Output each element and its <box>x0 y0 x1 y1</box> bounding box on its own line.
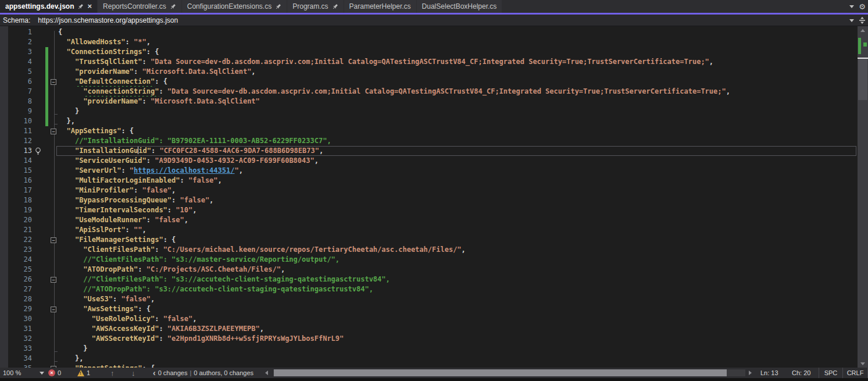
code-line[interactable]: 2 "AllowedHosts": "*", <box>0 37 858 47</box>
code-line[interactable]: 27 //"ATODropPath": "s3://accutech-clien… <box>0 284 858 294</box>
code-line[interactable]: 32 "AWSSecretKeyId": "e2Hpnd1gXNRb8d++w5… <box>0 334 858 344</box>
code-text[interactable]: "InstallationGuid": "CFC0FC28-4588-4AC6-… <box>58 146 858 156</box>
code-line[interactable]: 20 "UseModuleRunner": "false", <box>0 215 858 225</box>
line-gutter[interactable]: 3 <box>0 47 58 57</box>
warning-indicator[interactable]: 1 <box>77 368 90 378</box>
code-text[interactable]: "AWSAccessKeyId": "AKIA6B3ZSZLPAEEYMEPB"… <box>58 324 858 334</box>
code-line[interactable]: 19 "TimerIntervalSeconds": "10", <box>0 205 858 215</box>
code-line[interactable]: 30 "UseRolePolicy": "false", <box>0 314 858 324</box>
line-gutter[interactable]: 27 <box>0 284 58 294</box>
tab-ReportsController-cs[interactable]: ReportsController.cs <box>98 0 181 13</box>
code-line[interactable]: 23 "ClientFilesPath": "C:/Users/michael.… <box>0 245 858 255</box>
line-number[interactable]: 25 <box>24 265 32 275</box>
scroll-down-arrow[interactable] <box>858 359 868 368</box>
line-number[interactable]: 21 <box>24 225 32 235</box>
code-text[interactable]: "ClientFilesPath": "C:/Users/michael.kee… <box>58 245 858 255</box>
code-text[interactable]: "AwsSettings": { <box>58 304 858 314</box>
line-number[interactable]: 6 <box>28 77 32 87</box>
line-gutter[interactable]: 21 <box>0 225 58 235</box>
code-line[interactable]: 5 "providerName": "Microsoft.Data.SqlCli… <box>0 67 858 77</box>
pin-icon[interactable] <box>275 3 281 10</box>
line-gutter[interactable]: 17 <box>0 186 58 195</box>
line-gutter[interactable]: 33 <box>0 344 58 354</box>
line-number[interactable]: 1 <box>28 27 32 37</box>
code-line[interactable]: 24 //"ClientFilesPath": "s3://master-ser… <box>0 255 858 265</box>
code-text[interactable]: //"ATODropPath": "s3://accutech-client-s… <box>58 284 858 294</box>
previous-issue-button[interactable]: ↑ <box>110 368 115 378</box>
line-number[interactable]: 12 <box>24 136 32 146</box>
code-text[interactable]: "TimerIntervalSeconds": "10", <box>58 205 858 215</box>
code-text[interactable]: "AppSettings": { <box>58 126 858 136</box>
code-line[interactable]: 18 "BypassProcessingQueue": "false", <box>0 195 858 205</box>
code-line[interactable]: 22− "FileManagerSettings": { <box>0 235 858 245</box>
code-editor[interactable]: 1{2 "AllowedHosts": "*",3 "ConnectionStr… <box>0 26 868 368</box>
code-line[interactable]: 16 "MultiFactorLoginEnabled": "false", <box>0 176 858 186</box>
scroll-up-arrow[interactable] <box>858 26 868 34</box>
code-text[interactable]: "MiniProfiler": "false", <box>58 186 858 195</box>
code-line[interactable]: 7 "connectionString": "Data Source=dev-d… <box>0 87 858 97</box>
line-gutter[interactable]: 9 <box>0 106 58 116</box>
code-text[interactable]: "FileManagerSettings": { <box>58 235 858 245</box>
line-number[interactable]: 28 <box>24 294 32 304</box>
fold-collapse-icon[interactable]: − <box>51 237 56 243</box>
zoom-dropdown-icon[interactable] <box>40 372 44 375</box>
line-number[interactable]: 33 <box>24 344 32 354</box>
code-line[interactable]: 12 //"InstallationGuid": "B97902EA-1111-… <box>0 136 858 146</box>
line-gutter[interactable]: 5 <box>0 67 58 77</box>
code-line[interactable]: 1{ <box>0 27 858 37</box>
hscroll-right-arrow[interactable] <box>749 368 752 378</box>
line-gutter[interactable]: 18 <box>0 195 58 205</box>
line-gutter[interactable]: 34 <box>0 354 58 364</box>
code-text[interactable]: "BypassProcessingQueue": "false", <box>58 195 858 205</box>
line-number[interactable]: 13 <box>24 146 32 156</box>
code-line[interactable]: 15 "ServerUrl": "https://localhost:44351… <box>0 166 858 176</box>
line-number[interactable]: 16 <box>24 176 32 186</box>
code-line[interactable]: 9 } <box>0 106 858 116</box>
code-text[interactable]: }, <box>58 116 858 126</box>
line-number[interactable]: 9 <box>28 106 32 116</box>
code-line[interactable]: 4 "TrustSqlClient": "Data Source=dev-db.… <box>0 57 858 67</box>
code-text[interactable]: "MultiFactorLoginEnabled": "false", <box>58 176 858 186</box>
schema-url[interactable]: https://json.schemastore.org/appsettings… <box>38 16 178 24</box>
tab-ParameterHelper-cs[interactable]: ParameterHelper.cs <box>344 0 416 13</box>
line-number[interactable]: 19 <box>24 205 32 215</box>
document-list-dropdown-icon[interactable] <box>849 5 854 8</box>
line-gutter[interactable]: 25 <box>0 265 58 275</box>
tab-appsettings-dev-json[interactable]: appsettings.dev.json× <box>0 0 97 13</box>
schema-dropdown-icon[interactable] <box>849 19 854 22</box>
line-number[interactable]: 14 <box>24 156 32 166</box>
zoom-control[interactable]: 100 % <box>3 368 44 378</box>
code-text[interactable]: //"ClientFilesPath": "s3://master-servic… <box>58 255 858 265</box>
line-gutter[interactable]: 23 <box>0 245 58 255</box>
line-number[interactable]: 8 <box>28 97 32 106</box>
line-number[interactable]: 5 <box>28 67 32 77</box>
line-number[interactable]: 27 <box>24 284 32 294</box>
horizontal-scrollbar-thumb[interactable] <box>274 369 727 376</box>
code-text[interactable]: "ServerUrl": "https://localhost:44351/", <box>58 166 858 176</box>
code-text[interactable]: "AllowedHosts": "*", <box>58 37 858 47</box>
line-gutter[interactable]: 8 <box>0 97 58 106</box>
line-gutter[interactable]: 28 <box>0 294 58 304</box>
line-number[interactable]: 34 <box>24 354 32 364</box>
code-line[interactable]: 17 "MiniProfiler": "false", <box>0 186 858 195</box>
error-indicator[interactable]: × 0 <box>48 368 61 378</box>
code-line[interactable]: 33 } <box>0 344 858 354</box>
line-gutter[interactable]: 11− <box>0 126 58 136</box>
code-line[interactable]: 11− "AppSettings": { <box>0 126 858 136</box>
line-number[interactable]: 7 <box>28 87 32 97</box>
code-text[interactable]: }, <box>58 354 858 364</box>
code-text[interactable]: "ConnectionStrings": { <box>58 47 858 57</box>
fold-collapse-icon[interactable]: − <box>51 307 56 312</box>
line-gutter[interactable]: 29− <box>0 304 58 314</box>
code-text[interactable]: "UseS3": "false", <box>58 294 858 304</box>
line-number[interactable]: 22 <box>24 235 32 245</box>
code-line[interactable]: 29− "AwsSettings": { <box>0 304 858 314</box>
tab-ConfigurationExtensions-cs[interactable]: ConfigurationExtensions.cs <box>182 0 287 13</box>
line-number[interactable]: 32 <box>24 334 32 344</box>
code-line[interactable]: 10 }, <box>0 116 858 126</box>
line-gutter[interactable]: 1 <box>0 27 58 37</box>
next-issue-button[interactable]: ↓ <box>131 368 135 378</box>
line-gutter[interactable]: 30 <box>0 314 58 324</box>
line-number[interactable]: 10 <box>24 116 32 126</box>
line-gutter[interactable]: 32 <box>0 334 58 344</box>
